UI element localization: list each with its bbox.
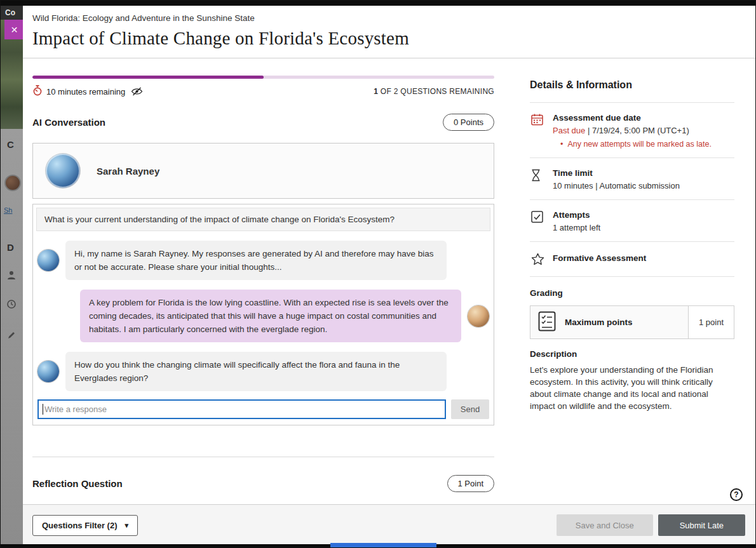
hourglass-icon bbox=[531, 168, 545, 190]
message-bubble: Hi, my name is Sarah Rayney. My response… bbox=[65, 241, 447, 280]
grading-box-left: Maximum points bbox=[530, 306, 688, 338]
pencil-icon bbox=[7, 331, 16, 342]
ai-avatar bbox=[37, 361, 59, 382]
top-black-bar bbox=[1, 1, 755, 6]
message-list: Hi, my name is Sarah Rayney. My response… bbox=[36, 231, 490, 399]
ai-conversation-title: AI Conversation bbox=[32, 117, 105, 128]
progress-fill bbox=[32, 76, 264, 79]
persona-avatar bbox=[46, 154, 80, 188]
questions-remaining-label: OF 2 QUESTIONS REMAINING bbox=[378, 87, 494, 96]
persona-card: Sarah Rayney bbox=[32, 143, 494, 199]
details-heading: Details & Information bbox=[530, 79, 734, 103]
time-limit-item: Time limit 10 minutes | Automatic submis… bbox=[530, 158, 734, 200]
ai-message: How do you think the changing climate wi… bbox=[37, 352, 489, 391]
course-title: Wild Florida: Ecology and Adventure in t… bbox=[32, 10, 743, 23]
timer-icon bbox=[32, 85, 43, 98]
attempts-item: Attempts 1 attempt left bbox=[530, 200, 734, 242]
due-date-body: Assessment due date Past due | 7/19/24, … bbox=[553, 113, 712, 149]
due-separator: | bbox=[585, 126, 592, 135]
attempts-label: Attempts bbox=[553, 210, 600, 220]
due-date-value: Past due | 7/19/24, 5:00 PM (UTC+1) bbox=[553, 126, 712, 135]
ai-conversation-points-pill[interactable]: 0 Points bbox=[443, 114, 494, 131]
page-title: Impact of Climate Change on Florida's Ec… bbox=[32, 28, 743, 49]
description-text: Let's explore your understanding of the … bbox=[530, 364, 727, 412]
background-header-text: Co bbox=[1, 6, 23, 20]
chevron-down-icon: ▾ bbox=[125, 521, 128, 530]
response-input-wrap bbox=[37, 399, 446, 419]
hide-timer-toggle[interactable] bbox=[131, 87, 143, 96]
save-and-close-button[interactable]: Save and Close bbox=[557, 514, 653, 536]
eye-slash-icon bbox=[131, 87, 143, 96]
background-link: Sh bbox=[4, 206, 12, 214]
message-bubble: A key problem for Florida is the low lyi… bbox=[80, 290, 461, 342]
reflection-header-row: Reflection Question 1 Point bbox=[32, 475, 494, 492]
header-divider bbox=[23, 58, 755, 58]
help-button[interactable]: ? bbox=[730, 488, 743, 501]
attempts-check-icon bbox=[531, 210, 545, 232]
grading-heading: Grading bbox=[530, 277, 734, 305]
background-letter: D bbox=[7, 242, 14, 253]
conversation-prompt: What is your current understanding of th… bbox=[36, 208, 490, 231]
past-due-badge: Past due bbox=[553, 126, 585, 135]
reflection-points-pill[interactable]: 1 Point bbox=[447, 475, 494, 492]
question-column: 10 minutes remaining 1 OF 2 QUESTIONS RE… bbox=[32, 76, 494, 492]
time-limit-value: 10 minutes | Automatic submission bbox=[553, 181, 680, 190]
footer-bar: Questions Filter (2) ▾ Save and Close Su… bbox=[23, 504, 755, 545]
formative-item: Formative Assessment bbox=[530, 242, 734, 277]
reflection-title: Reflection Question bbox=[32, 478, 123, 489]
max-points-label: Maximum points bbox=[565, 317, 633, 327]
time-remaining-text: 10 minutes remaining bbox=[46, 87, 125, 97]
text-cursor bbox=[43, 404, 43, 415]
description-heading: Description bbox=[530, 339, 734, 364]
details-sidebar: Details & Information Assessment due dat… bbox=[530, 79, 734, 412]
person-icon bbox=[6, 270, 17, 283]
time-limit-body: Time limit 10 minutes | Automatic submis… bbox=[553, 168, 680, 190]
send-button[interactable]: Send bbox=[451, 399, 489, 419]
due-date-text: 7/19/24, 5:00 PM (UTC+1) bbox=[592, 126, 689, 135]
late-warning: •Any new attempts will be marked as late… bbox=[553, 140, 712, 149]
assessment-screen: Co C Sh D ✕ Wild Florida: Ecology and Ad… bbox=[0, 0, 756, 548]
submit-late-button[interactable]: Submit Late bbox=[658, 514, 745, 536]
background-letter: C bbox=[7, 139, 14, 150]
clock-icon bbox=[6, 299, 17, 312]
late-warning-text: Any new attempts will be marked as late. bbox=[567, 140, 712, 149]
due-date-item: Assessment due date Past due | 7/19/24, … bbox=[530, 103, 734, 158]
grading-box: Maximum points 1 point bbox=[530, 305, 734, 339]
persona-name: Sarah Rayney bbox=[97, 166, 159, 177]
background-page-strip: Co C Sh D bbox=[1, 6, 23, 548]
response-input-row: Send bbox=[36, 399, 490, 419]
close-button[interactable]: ✕ bbox=[4, 20, 24, 39]
questions-filter-button[interactable]: Questions Filter (2) ▾ bbox=[32, 515, 138, 536]
response-input[interactable] bbox=[44, 401, 445, 418]
close-icon: ✕ bbox=[11, 25, 18, 35]
calendar-icon bbox=[531, 113, 545, 149]
ai-conversation-header-row: AI Conversation 0 Points bbox=[32, 114, 494, 131]
time-limit-label: Time limit bbox=[553, 168, 680, 178]
conversation-card: What is your current understanding of th… bbox=[32, 204, 494, 425]
message-bubble: How do you think the changing climate wi… bbox=[65, 352, 447, 391]
formative-label: Formative Assessment bbox=[553, 252, 646, 263]
due-date-label: Assessment due date bbox=[553, 113, 712, 123]
status-row: 10 minutes remaining 1 OF 2 QUESTIONS RE… bbox=[32, 85, 494, 98]
attempts-value: 1 attempt left bbox=[553, 223, 600, 232]
ai-avatar bbox=[37, 250, 59, 271]
questions-remaining-text: 1 OF 2 QUESTIONS REMAINING bbox=[374, 87, 494, 96]
star-icon bbox=[531, 252, 545, 267]
rubric-icon bbox=[538, 311, 556, 333]
bullet-icon: • bbox=[560, 140, 563, 149]
user-avatar bbox=[468, 305, 489, 327]
max-points-value: 1 point bbox=[688, 306, 734, 338]
ai-message: Hi, my name is Sarah Rayney. My response… bbox=[37, 241, 489, 280]
questions-filter-label: Questions Filter (2) bbox=[42, 521, 117, 530]
formative-body: Formative Assessment bbox=[553, 252, 646, 267]
section-divider bbox=[32, 457, 494, 457]
footer-actions: Save and Close Submit Late bbox=[557, 514, 745, 536]
panel-header: Wild Florida: Ecology and Adventure in t… bbox=[32, 10, 743, 49]
bottom-blue-bar bbox=[330, 543, 436, 547]
background-avatar bbox=[4, 175, 21, 191]
user-message: A key problem for Florida is the low lyi… bbox=[37, 290, 489, 342]
background-page-content: C Sh D bbox=[1, 129, 23, 548]
attempts-body: Attempts 1 attempt left bbox=[553, 210, 600, 232]
question-mark-icon: ? bbox=[734, 490, 738, 499]
progress-bar bbox=[32, 76, 494, 79]
